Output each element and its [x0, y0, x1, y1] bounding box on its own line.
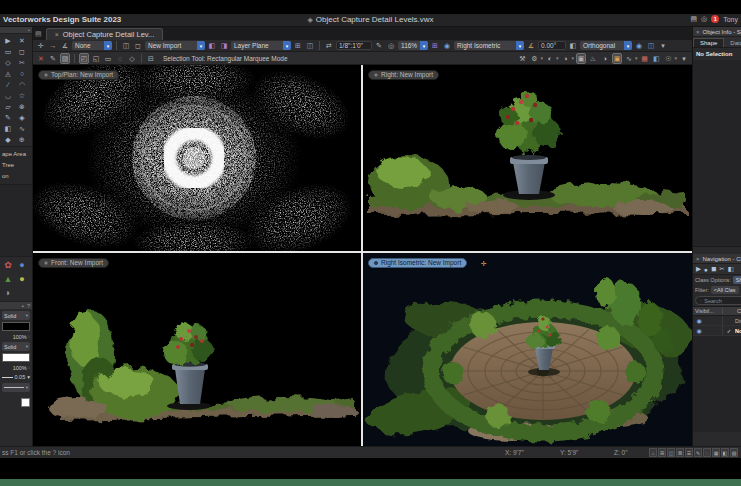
tool-icon[interactable]: ▧ — [730, 448, 738, 457]
visibility-set-icon[interactable]: ◉ — [634, 41, 644, 50]
circle-tool-icon[interactable]: ○ — [15, 68, 29, 79]
polygon-lasso-icon[interactable]: ◇ — [127, 54, 137, 63]
rotate-axis-icon[interactable]: ∡ — [526, 41, 536, 50]
forward-view-icon[interactable]: → — [48, 41, 58, 50]
tool-icon[interactable]: ✕ — [15, 35, 29, 46]
curve-tool-icon[interactable]: ◡ — [1, 90, 15, 101]
tool-icon[interactable]: ◧ — [728, 265, 734, 273]
tool-icon[interactable]: ⊞ — [658, 448, 666, 457]
fruit-tool-icon[interactable]: ● — [15, 272, 29, 286]
document-tab[interactable]: × Object Capture Detail Lev... — [46, 28, 164, 40]
settings-gear-icon[interactable]: ⚙▾ — [529, 54, 543, 63]
render-teapot-icon[interactable]: ♨ — [588, 54, 598, 63]
current-view-dropdown[interactable]: Right Isometric▾ — [454, 41, 524, 50]
landscape-tool-icon[interactable]: ▲ — [1, 272, 15, 286]
close-icon[interactable]: × — [696, 256, 700, 262]
polygon-tool-icon[interactable]: ◇ — [1, 57, 15, 68]
eye-icon[interactable]: ◉ — [442, 41, 452, 50]
tool-icon[interactable]: ● — [704, 266, 708, 273]
pane-label-top-plan[interactable]: Top/Plan: New Import — [38, 70, 119, 80]
pen-color-swatch[interactable] — [2, 353, 30, 362]
flyover-icon[interactable]: ∡ — [60, 41, 70, 50]
locus-tool-icon[interactable]: ⊗ — [15, 101, 29, 112]
plant-tool-icon[interactable]: ✿ — [1, 258, 15, 272]
display-screen-icon[interactable]: ◧ — [651, 54, 661, 63]
pane-right-isometric[interactable]: Right Isometric: New Import ✛ — [363, 253, 692, 446]
navigation-header[interactable]: × Navigation - Classes — [693, 254, 741, 264]
tool-icon[interactable]: ◼ — [711, 265, 716, 273]
toolbar-overflow-icon[interactable]: ▾ — [679, 54, 689, 63]
pen-opacity[interactable]: 100%↕ — [2, 364, 30, 371]
magnifier-icon[interactable]: ◎ — [386, 41, 396, 50]
column-visibility[interactable]: Visibil... — [693, 308, 723, 314]
fill-color-swatch[interactable] — [2, 322, 30, 331]
pane-divider-horizontal[interactable] — [33, 251, 692, 253]
class-row[interactable]: ◉✓Non — [693, 326, 741, 336]
scale-swap-icon[interactable]: ⇄ — [324, 41, 334, 50]
stepper-icon[interactable]: ↕ — [28, 365, 30, 370]
projection-dropdown[interactable]: Orthogonal▾ — [580, 41, 632, 50]
render-style-icon[interactable]: ◧ — [568, 41, 578, 50]
tab-shape[interactable]: Shape — [693, 38, 724, 47]
pane-top-plan[interactable]: Top/Plan: New Import — [33, 65, 361, 251]
help-icon[interactable]: ? — [27, 303, 30, 309]
tool-name-item[interactable]: ape Area — [0, 149, 32, 160]
pane-label-right-isometric[interactable]: Right Isometric: New Import — [368, 258, 467, 268]
view-options-icon[interactable]: ◫ — [646, 41, 656, 50]
tool-icon[interactable]: ◧ — [721, 448, 729, 457]
parallelogram-tool-icon[interactable]: ▱ — [1, 101, 15, 112]
pen-mode-icon[interactable]: ✎ — [48, 54, 58, 63]
symbol-tool-icon[interactable]: ◈ — [15, 112, 29, 123]
tab-close-icon[interactable]: × — [55, 31, 59, 38]
layer-scale-field[interactable]: 1/8":1'0" — [336, 41, 372, 50]
object-info-header[interactable]: × Object Info - Shape — [693, 27, 741, 37]
wrench-magnifier-icon[interactable]: ⚒ — [517, 54, 527, 63]
clip-tool-icon[interactable]: ✂ — [15, 57, 29, 68]
pen-style-dropdown[interactable]: Solid▾ — [2, 342, 30, 351]
basic-palette-header[interactable]: ▪ — [0, 27, 32, 34]
notification-badge[interactable]: 1 — [711, 15, 719, 23]
pane-front[interactable]: Front: New Import — [33, 253, 361, 446]
column-class[interactable]: Class — [723, 308, 741, 314]
pane-divider-vertical[interactable] — [361, 65, 363, 446]
tool-icon[interactable]: ▶ — [696, 265, 701, 273]
pane-right[interactable]: Right: New Import — [363, 65, 692, 251]
palette-dock-icon[interactable]: ▤ — [35, 30, 42, 38]
visibility-eye-icon[interactable]: ◉ — [693, 317, 705, 324]
solid-tool-icon[interactable]: ◆ — [1, 134, 15, 145]
lasso-icon[interactable]: ◌ — [115, 54, 125, 63]
flyover-mode-icon[interactable]: ∿▾ — [624, 54, 638, 63]
interactive-scaling-icon[interactable]: ▨ — [60, 53, 70, 64]
class-search-input[interactable]: ◌ Search — [695, 296, 741, 305]
line-weight-control[interactable]: 0.05 ▾ — [2, 373, 30, 381]
spline-tool-icon[interactable]: ∿ — [15, 123, 29, 134]
attributes-palette-header[interactable]: ▪ ? — [0, 301, 32, 309]
tool-icon[interactable]: ◌ — [703, 448, 711, 457]
close-icon[interactable]: × — [696, 29, 700, 35]
fill-opacity[interactable]: 100%↕ — [2, 333, 30, 340]
palette-collapse-icon[interactable]: ▪ — [28, 27, 30, 33]
shaded-sphere-icon[interactable]: ◑ — [600, 54, 610, 63]
tool-icon[interactable]: ✂ — [719, 265, 724, 273]
tool-name-item[interactable]: on — [0, 171, 32, 182]
pen-icon[interactable]: ✎ — [374, 41, 384, 50]
pan-view-icon[interactable]: ✛ — [36, 41, 46, 50]
drawing-area[interactable]: Top/Plan: New Import — [33, 65, 692, 446]
star-tool-icon[interactable]: ☆ — [15, 90, 29, 101]
tool-icon[interactable]: ▦ — [712, 448, 720, 457]
layer-options-icon[interactable]: ⊞ — [293, 41, 303, 50]
freehand-tool-icon[interactable]: ✎ — [1, 112, 15, 123]
active-pane-icon[interactable]: ▣ — [612, 53, 622, 64]
marquee-rect-icon[interactable]: ◰ — [79, 53, 89, 64]
user-account[interactable]: Tony — [723, 16, 738, 23]
snap-grid-icon[interactable]: ⊞ — [430, 41, 440, 50]
class-row[interactable]: ◉Dim — [693, 316, 741, 326]
class-toggle-icon[interactable]: ◻ — [133, 41, 143, 50]
palette-resize-handle[interactable]: • • • — [693, 246, 741, 254]
line-tool-icon[interactable]: ∕ — [1, 79, 15, 90]
texture-grid-icon[interactable]: ▦ — [639, 54, 649, 63]
class-visibility-icon[interactable]: ◫ — [121, 41, 131, 50]
class-options-dropdown[interactable]: Show/Sna — [733, 276, 741, 284]
triangle-tool-icon[interactable]: ◬ — [1, 68, 15, 79]
fill-style-dropdown[interactable]: Solid▾ — [2, 311, 30, 320]
